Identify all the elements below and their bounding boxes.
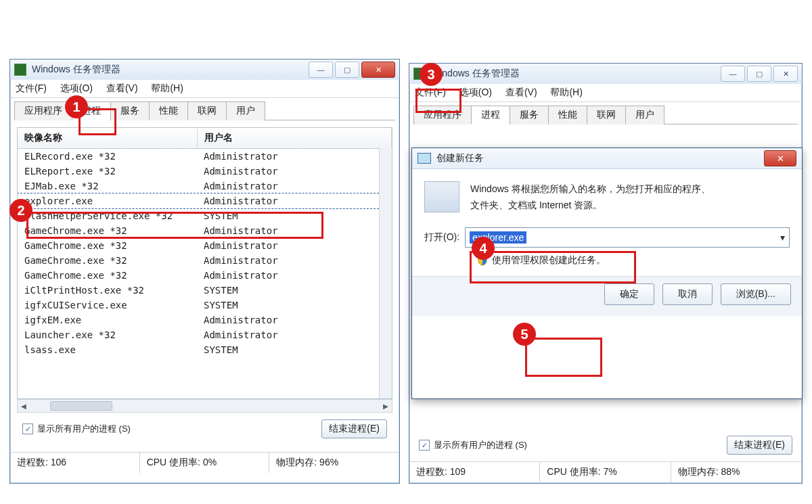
dialog-close-button[interactable]: ✕	[764, 150, 796, 166]
menubar-left: 文件(F) 选项(O) 查看(V) 帮助(H)	[10, 80, 399, 98]
menu-help[interactable]: 帮助(H)	[550, 87, 582, 97]
col-user[interactable]: 用户名	[198, 128, 392, 148]
scrollbar-horizontal[interactable]: ◄ ►	[17, 399, 392, 413]
table-row[interactable]: iCltPrintHost.exe *32SYSTEM	[18, 283, 392, 298]
cell-user: Administrator	[197, 269, 285, 281]
table-row[interactable]: igfxEM.exeAdministrator	[18, 313, 392, 327]
task-manager-window-left: Windows 任务管理器 — ▢ ✕ 文件(F) 选项(O) 查看(V) 帮助…	[9, 59, 400, 484]
cell-image-name: GameChrome.exe *32	[18, 239, 197, 252]
cell-image-name: igfxEM.exe	[18, 314, 197, 326]
app-icon	[14, 64, 26, 76]
dialog-desc-line2: 文件夹、文档或 Internet 资源。	[470, 198, 710, 214]
menu-options[interactable]: 选项(O)	[60, 83, 93, 93]
tab-performance[interactable]: 性能	[149, 101, 188, 120]
content-left: 映像名称 用户名 ELRecord.exe *32AdministratorEL…	[10, 120, 399, 452]
table-row[interactable]: EJMab.exe *32Administrator	[18, 179, 392, 193]
status-mem: 物理内存: 96%	[269, 453, 399, 473]
tab-services[interactable]: 服务	[110, 101, 150, 120]
bottom-bar-right: ✓ 显示所有用户的进程 (S) 结束进程(E)	[409, 429, 802, 461]
close-button[interactable]: ✕	[361, 62, 395, 78]
cancel-button[interactable]: 取消	[662, 283, 713, 305]
menu-view[interactable]: 查看(V)	[106, 83, 138, 93]
dialog-titlebar[interactable]: 创建新任务 ✕	[412, 148, 802, 169]
cell-image-name: lsass.exe	[18, 344, 197, 356]
tab-users[interactable]: 用户	[226, 101, 265, 120]
table-row[interactable]: Launcher.exe *32Administrator	[18, 327, 392, 342]
table-row[interactable]: ELReport.exe *32Administrator	[18, 164, 392, 179]
cell-image-name: GameChrome.exe *32	[18, 225, 197, 237]
table-row[interactable]: GameChrome.exe *32Administrator	[18, 238, 392, 253]
menu-view[interactable]: 查看(V)	[505, 87, 537, 97]
table-row[interactable]: ELRecord.exe *32Administrator	[18, 149, 392, 164]
table-row[interactable]: igfxCUIService.exeSYSTEM	[18, 298, 392, 313]
menu-help[interactable]: 帮助(H)	[151, 83, 183, 93]
table-row[interactable]: GameChrome.exe *32Administrator	[18, 223, 392, 238]
tab-services[interactable]: 服务	[510, 106, 549, 124]
tab-networking[interactable]: 联网	[587, 106, 626, 124]
maximize-button[interactable]: ▢	[335, 62, 359, 78]
tab-networking[interactable]: 联网	[187, 101, 227, 120]
list-header: 映像名称 用户名	[18, 128, 392, 149]
tab-apps[interactable]: 应用程序	[413, 106, 472, 124]
cell-user: Administrator	[197, 239, 285, 252]
status-cpu: CPU 使用率: 0%	[140, 453, 270, 473]
table-row[interactable]: explorer.exeAdministrator	[18, 193, 392, 208]
minimize-button[interactable]: —	[309, 62, 333, 78]
col-image-name[interactable]: 映像名称	[18, 128, 198, 148]
menu-file[interactable]: 文件(F)	[16, 83, 47, 93]
cell-user: SYSTEM	[197, 284, 245, 296]
tab-processes[interactable]: 进程	[471, 106, 510, 124]
dialog-title: 创建新任务	[436, 152, 484, 164]
window-title: Windows 任务管理器	[32, 64, 120, 76]
browse-button[interactable]: 浏览(B)...	[721, 283, 791, 305]
scrollbar-vertical[interactable]	[379, 148, 392, 398]
cell-user: SYSTEM	[197, 299, 245, 311]
titlebar-right[interactable]: Windows 任务管理器 — ▢ ✕	[409, 64, 802, 84]
cell-image-name: iCltPrintHost.exe *32	[18, 284, 197, 296]
scroll-right-icon[interactable]: ►	[380, 401, 392, 411]
run-icon	[418, 153, 431, 164]
table-row[interactable]: FlashHelperService.exe *32SYSTEM	[18, 208, 392, 223]
open-combobox[interactable]: explorer.exe ▾	[465, 227, 790, 248]
cell-image-name: igfxCUIService.exe	[18, 299, 197, 311]
status-procs: 进程数: 106	[10, 453, 140, 473]
bottom-bar-left: ✓ 显示所有用户的进程 (S) 结束进程(E)	[17, 413, 392, 445]
cell-user: Administrator	[197, 180, 285, 192]
ok-button[interactable]: 确定	[604, 283, 654, 305]
cell-user: Administrator	[197, 329, 285, 341]
chevron-down-icon[interactable]: ▾	[780, 232, 785, 243]
dialog-desc-line1: Windows 将根据您所输入的名称，为您打开相应的程序、	[470, 181, 710, 198]
tab-apps[interactable]: 应用程序	[14, 101, 72, 120]
close-button[interactable]: ✕	[773, 66, 798, 82]
table-row[interactable]: lsass.exeSYSTEM	[18, 342, 392, 357]
titlebar-left[interactable]: Windows 任务管理器 — ▢ ✕	[10, 60, 399, 80]
cell-user: Administrator	[197, 254, 285, 267]
annotation-badge-1: 1	[65, 95, 88, 118]
show-all-users-checkbox[interactable]: ✓	[22, 423, 33, 434]
show-all-users-checkbox[interactable]: ✓	[419, 440, 430, 451]
tab-performance[interactable]: 性能	[548, 106, 587, 124]
annotation-badge-3: 3	[420, 63, 443, 86]
minimize-button[interactable]: —	[721, 66, 745, 82]
table-row[interactable]: GameChrome.exe *32Administrator	[18, 253, 392, 268]
end-process-button[interactable]: 结束进程(E)	[727, 436, 792, 455]
admin-note: 使用管理权限创建此任务。	[412, 254, 802, 276]
end-process-button[interactable]: 结束进程(E)	[321, 419, 387, 438]
cell-user: Administrator	[197, 314, 285, 326]
cell-image-name: EJMab.exe *32	[18, 180, 197, 192]
cell-user: Administrator	[197, 150, 285, 162]
scroll-thumb[interactable]	[50, 401, 112, 411]
process-list[interactable]: 映像名称 用户名 ELRecord.exe *32AdministratorEL…	[17, 127, 392, 399]
cell-image-name: FlashHelperService.exe *32	[18, 210, 197, 222]
maximize-button[interactable]: ▢	[747, 66, 771, 82]
cell-image-name: ELReport.exe *32	[18, 165, 197, 177]
scroll-left-icon[interactable]: ◄	[18, 401, 30, 411]
tab-users[interactable]: 用户	[625, 106, 664, 124]
show-all-users-label: 显示所有用户的进程 (S)	[434, 439, 527, 451]
tabs-right: 应用程序 进程 服务 性能 联网 用户	[413, 105, 798, 124]
annotation-badge-5: 5	[513, 323, 536, 346]
dialog-description: Windows 将根据您所输入的名称，为您打开相应的程序、 文件夹、文档或 In…	[470, 181, 710, 214]
menu-options[interactable]: 选项(O)	[459, 87, 492, 97]
menu-file[interactable]: 文件(F)	[415, 87, 446, 97]
table-row[interactable]: GameChrome.exe *32Administrator	[18, 268, 392, 283]
